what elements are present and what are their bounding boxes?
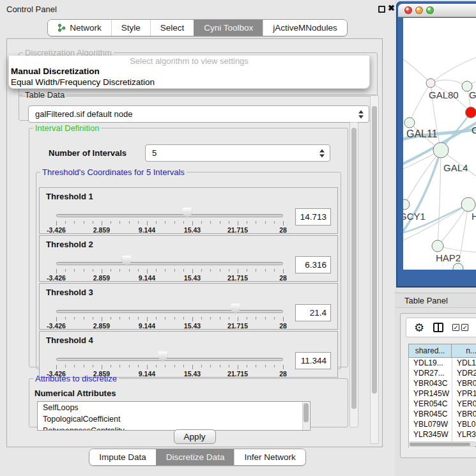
tab-jactivemnodules[interactable]: jActiveMNodules	[263, 20, 347, 36]
slider-track[interactable]	[56, 310, 283, 313]
network-window-titlebar[interactable]	[398, 4, 476, 17]
threshold-value-field[interactable]: 11.344	[295, 352, 331, 369]
tick-mark	[102, 221, 102, 226]
slider-track[interactable]	[56, 214, 283, 217]
gear-icon[interactable]: ⚙	[414, 322, 424, 334]
network-node[interactable]	[404, 118, 415, 128]
tick-label: 2.859	[93, 274, 110, 282]
minimize-button[interactable]	[415, 6, 423, 14]
network-node[interactable]	[461, 197, 475, 211]
network-node[interactable]	[466, 107, 476, 118]
close-button[interactable]	[404, 6, 412, 14]
tick-mark	[274, 317, 275, 319]
network-edge[interactable]	[438, 204, 468, 246]
network-node[interactable]	[432, 240, 443, 252]
tab-infer-network[interactable]: Infer Network	[234, 449, 305, 465]
tick-mark	[238, 317, 238, 321]
table-data-combobox[interactable]: galFiltered.sif default node	[28, 105, 369, 123]
panel-scrollbar[interactable]	[370, 95, 379, 444]
table-row[interactable]: YLR345WYLR3...	[409, 429, 476, 440]
cell-name: YDR2...	[452, 368, 476, 378]
tick-mark	[201, 365, 202, 367]
network-canvas[interactable]: GAL80GCGAL11GAL4GCY1HHAP2	[403, 18, 476, 270]
bottom-tab-bar: Impute Data Discretize Data Infer Networ…	[0, 449, 395, 466]
zoom-button[interactable]	[426, 6, 434, 14]
slider-track[interactable]	[56, 262, 283, 265]
table-row[interactable]: YBL079WYBL0...	[409, 419, 476, 429]
tick-mark	[256, 269, 256, 272]
attributes-scrollbar[interactable]	[302, 403, 309, 431]
slider-tick-labels: -3.4262.8599.14415.4321.71528	[56, 226, 283, 233]
network-edge[interactable]	[438, 150, 441, 246]
tick-mark	[174, 221, 175, 224]
tab-impute-data[interactable]: Impute Data	[89, 449, 156, 465]
table-row[interactable]: YDR27...YDR2...	[409, 368, 476, 378]
tick-mark	[147, 269, 148, 273]
network-node[interactable]	[403, 199, 410, 210]
dropdown-option-manual[interactable]: Manual Discretization	[9, 66, 369, 77]
tick-mark	[238, 221, 238, 226]
numerical-attributes-list[interactable]: SelfLoopsTopologicalCoefficientBetweenne…	[37, 401, 311, 431]
cell-shared-name: YPR145W	[409, 388, 452, 399]
network-edge[interactable]	[431, 47, 476, 83]
tick-mark	[147, 365, 148, 369]
column-header-shared-name[interactable]: shared...	[408, 344, 452, 358]
threshold-value-field[interactable]: 21.4	[295, 304, 331, 321]
tick-label: 28	[279, 226, 287, 234]
network-edge[interactable]	[410, 83, 431, 123]
panel-title: Control Panel	[6, 4, 57, 14]
tick-mark	[119, 365, 120, 367]
float-window-icon[interactable]	[378, 6, 385, 13]
tick-mark	[156, 317, 157, 319]
network-edge[interactable]	[431, 80, 467, 86]
network-node[interactable]	[426, 79, 435, 88]
tab-network[interactable]: Network	[48, 20, 111, 36]
attribute-list-item[interactable]: BetweennessCentrality	[38, 425, 310, 431]
cell-name: YDL1...	[452, 358, 476, 368]
tab-discretize-data[interactable]: Discretize Data	[156, 449, 234, 465]
close-icon[interactable]: ✖	[388, 3, 395, 13]
tab-style[interactable]: Style	[111, 20, 150, 36]
table-hscrollbar[interactable]	[408, 441, 476, 447]
tab-cyni-toolbox[interactable]: Cyni Toolbox	[194, 20, 263, 36]
network-view-window[interactable]: GAL80GCGAL11GAL4GCY1HHAP2	[396, 1, 476, 288]
number-of-intervals-combobox[interactable]: 5	[145, 144, 330, 162]
network-edge[interactable]	[441, 150, 476, 204]
dropdown-option-equal-width[interactable]: Equal Width/Frequency Discretization	[9, 77, 369, 88]
checkbox-icon[interactable]: ✓	[452, 324, 459, 331]
tick-mark	[165, 221, 165, 224]
attribute-list-item[interactable]: SelfLoops	[38, 402, 310, 413]
slider-ticks	[56, 317, 283, 322]
tick-mark	[283, 317, 284, 321]
columns-icon[interactable]	[433, 323, 443, 332]
table-row[interactable]: YER054CYER0...	[409, 399, 476, 409]
threshold-value-field[interactable]: 6.316	[295, 256, 331, 273]
network-edge[interactable]	[403, 150, 441, 238]
threshold-value-field[interactable]: 14.713	[295, 208, 331, 226]
apply-button[interactable]: Apply	[174, 429, 216, 444]
tick-label: 15.43	[184, 226, 201, 234]
slider-track[interactable]	[56, 358, 283, 361]
table-row[interactable]: YPR145WYPR1...	[409, 388, 476, 399]
tick-mark	[74, 365, 75, 367]
network-edge[interactable]	[403, 55, 431, 83]
tick-label: 21.715	[227, 226, 248, 234]
table-row[interactable]: YBR045CYBR0...	[409, 409, 476, 419]
attribute-list-item[interactable]: TopologicalCoefficient	[38, 413, 310, 425]
tick-mark	[56, 365, 57, 369]
table-row[interactable]: YBR043CYBR0...	[409, 378, 476, 388]
network-node[interactable]	[433, 142, 449, 158]
tick-mark	[192, 317, 193, 321]
settings-scrollbar[interactable]	[349, 122, 358, 427]
tick-mark	[56, 317, 57, 321]
node-label: HAP2	[436, 252, 461, 263]
checkbox-icon[interactable]: ✓	[461, 324, 468, 331]
tick-mark	[247, 365, 247, 367]
network-edge[interactable]	[403, 204, 468, 243]
tab-select[interactable]: Select	[150, 20, 194, 36]
attributes-legend: Attributes to discretize	[33, 374, 119, 383]
table-row[interactable]: YDL19...YDL1...	[409, 358, 476, 368]
cell-shared-name: YDL19...	[409, 358, 452, 368]
network-node[interactable]	[453, 263, 463, 270]
column-header-name[interactable]: n...	[452, 344, 476, 358]
